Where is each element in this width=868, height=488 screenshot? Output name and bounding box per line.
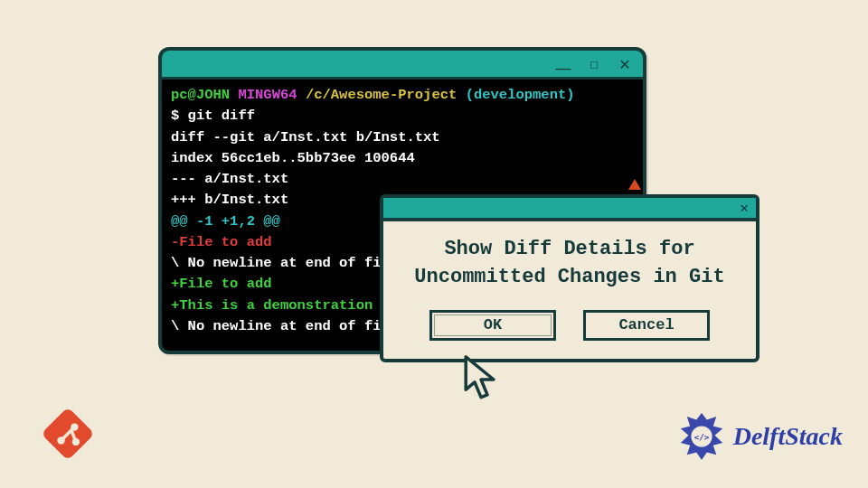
terminal-prompt: pc@JOHN MINGW64 /c/Awesome-Project (deve…: [171, 85, 634, 106]
delftstack-label: DelftStack: [733, 422, 843, 451]
git-logo-icon: [36, 402, 99, 465]
delftstack-logo: </> DelftStack: [675, 410, 843, 463]
dialog-body: Show Diff Details for Uncommitted Change…: [383, 221, 756, 359]
delftstack-icon: </>: [675, 410, 728, 463]
dialog-message: Show Diff Details for Uncommitted Change…: [400, 236, 740, 292]
prompt-branch: (development): [466, 87, 575, 103]
terminal-line: --- a/Inst.txt: [171, 169, 634, 190]
ok-button[interactable]: OK: [429, 310, 556, 341]
close-icon[interactable]: ✕: [740, 199, 749, 217]
scroll-indicator-icon[interactable]: [628, 179, 641, 190]
dialog-titlebar: ✕: [383, 198, 756, 221]
prompt-path: /c/Awesome-Project: [306, 87, 457, 103]
terminal-line: diff --git a/Inst.txt b/Inst.txt: [171, 127, 634, 148]
dialog-window: ✕ Show Diff Details for Uncommitted Chan…: [380, 194, 760, 362]
minimize-icon[interactable]: _: [552, 53, 574, 75]
close-icon[interactable]: ✕: [614, 53, 636, 75]
dialog-line2: Uncommitted Changes in Git: [400, 264, 740, 292]
svg-text:</>: </>: [693, 432, 709, 442]
maximize-icon[interactable]: ☐: [583, 53, 605, 75]
terminal-line: index 56cc1eb..5bb73ee 100644: [171, 148, 634, 169]
cancel-button[interactable]: Cancel: [583, 310, 710, 341]
prompt-env: MINGW64: [238, 87, 297, 103]
cursor-icon: [459, 354, 503, 405]
terminal-titlebar: _ ☐ ✕: [162, 51, 643, 80]
terminal-command: $ git diff: [171, 106, 634, 127]
prompt-user: pc@JOHN: [171, 87, 230, 103]
dialog-line1: Show Diff Details for: [400, 236, 740, 264]
dialog-buttons: OK Cancel: [400, 310, 740, 341]
